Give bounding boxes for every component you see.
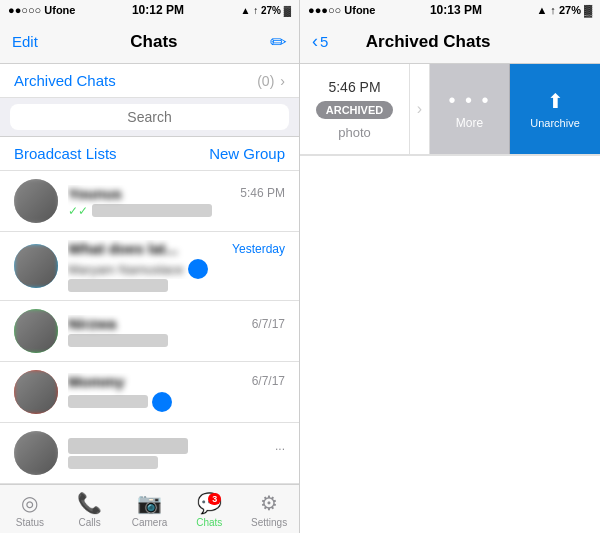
archived-info: 5:46 PM ARCHIVED photo: [300, 64, 410, 154]
preview-text-2: blurred: [68, 279, 168, 292]
chat-preview: Maryam Namuslace: [68, 259, 285, 279]
carrier-left: ●●○○○ Ufone: [8, 4, 75, 16]
back-button[interactable]: ‹ 5: [312, 31, 328, 52]
broadcast-row: Broadcast Lists New Group: [0, 137, 299, 171]
preview-text: blurred: [68, 395, 148, 408]
more-button[interactable]: • • • More: [430, 64, 510, 154]
chat-item[interactable]: What does lat... Yesterday Maryam Namusl…: [0, 232, 299, 301]
avatar: [14, 179, 58, 223]
avatar: [14, 431, 58, 475]
chat-content: blurred ... blurred: [68, 438, 285, 469]
tab-label: Calls: [79, 517, 101, 528]
carrier-right: ●●●○○ Ufone: [308, 4, 375, 16]
left-panel: ●●○○○ Ufone 10:12 PM ▲ ↑ 27% ▓ Edit Chat…: [0, 0, 300, 533]
archived-arrow-icon: ›: [280, 73, 285, 89]
avatar: [14, 309, 58, 353]
chat-item[interactable]: Younus 5:46 PM ✓✓ blurred: [0, 171, 299, 232]
chat-name: Younus: [68, 185, 122, 202]
tab-label: Camera: [132, 517, 168, 528]
arrow-icon: ›: [410, 64, 430, 154]
chat-content: Nirzwa 6/7/17 blurred: [68, 315, 285, 347]
status-bar-left: ●●○○○ Ufone 10:12 PM ▲ ↑ 27% ▓: [0, 0, 299, 20]
unarchive-label: Unarchive: [530, 117, 580, 129]
archived-right: (0) ›: [257, 73, 285, 89]
chat-content: What does lat... Yesterday Maryam Namusl…: [68, 240, 285, 292]
search-input[interactable]: [10, 104, 289, 130]
chat-content: Younus 5:46 PM ✓✓ blurred: [68, 185, 285, 218]
edit-button[interactable]: Edit: [12, 33, 38, 50]
right-panel: ●●●○○ Ufone 10:13 PM ▲ ↑ 27% ▓ ‹ 5 Archi…: [300, 0, 600, 533]
archived-chats-row[interactable]: Archived Chats (0) ›: [0, 64, 299, 98]
status-bar-right: ●●●○○ Ufone 10:13 PM ▲ ↑ 27% ▓: [300, 0, 600, 20]
chat-header: What does lat... Yesterday: [68, 240, 285, 257]
action-area: 5:46 PM ARCHIVED photo › • • • More ⬆ Un…: [300, 64, 600, 154]
time-right: 10:13 PM: [430, 3, 482, 17]
tab-camera[interactable]: 📷 Camera: [120, 491, 180, 528]
chat-time: ...: [275, 439, 285, 453]
broadcast-lists-button[interactable]: Broadcast Lists: [14, 145, 117, 162]
archived-badge: ARCHIVED: [316, 101, 393, 119]
chats-title: Chats: [130, 32, 177, 52]
status-icon: ◎: [21, 491, 38, 515]
more-label: More: [456, 116, 483, 130]
chat-preview: blurred: [68, 392, 285, 412]
archived-count: (0): [257, 73, 274, 89]
chat-name: Mommy: [68, 373, 125, 390]
tab-label: Chats: [196, 517, 222, 528]
nav-bar-right: ‹ 5 Archived Chats: [300, 20, 600, 64]
new-group-button[interactable]: New Group: [209, 145, 285, 162]
preview-text: blurred: [68, 334, 168, 347]
photo-label: photo: [338, 125, 371, 140]
tab-settings[interactable]: ⚙ Settings: [239, 491, 299, 528]
settings-icon: ⚙: [260, 491, 278, 515]
tab-chats[interactable]: 💬 Chats 3: [179, 491, 239, 528]
back-count: 5: [320, 33, 328, 50]
chat-time: 6/7/17: [252, 374, 285, 388]
compose-button[interactable]: ✏: [270, 30, 287, 54]
chat-name: Nirzwa: [68, 315, 116, 332]
chat-preview: ✓✓ blurred: [68, 204, 285, 218]
chat-item[interactable]: Nirzwa 6/7/17 blurred: [0, 301, 299, 362]
chat-name: What does lat...: [68, 240, 178, 257]
chat-content: Mommy 6/7/17 blurred: [68, 373, 285, 412]
nav-bar-left: Edit Chats ✏: [0, 20, 299, 64]
avatar: [14, 244, 58, 288]
unarchive-button[interactable]: ⬆ Unarchive: [510, 64, 600, 154]
camera-icon: 📷: [137, 491, 162, 515]
time-left: 10:12 PM: [132, 3, 184, 17]
tick-icon: ✓✓: [68, 204, 88, 218]
archived-chats-title: Archived Chats: [366, 32, 491, 52]
chat-header: blurred ...: [68, 438, 285, 454]
chat-list: Younus 5:46 PM ✓✓ blurred What does lat.…: [0, 171, 299, 484]
chat-header: Nirzwa 6/7/17: [68, 315, 285, 332]
unread-badge: [152, 392, 172, 412]
chat-name: blurred: [68, 438, 188, 454]
tab-status[interactable]: ◎ Status: [0, 491, 60, 528]
right-content: [300, 154, 600, 533]
search-bar: [0, 98, 299, 137]
icons-left: ▲ ↑ 27% ▓: [240, 5, 291, 16]
chevron-left-icon: ‹: [312, 31, 318, 52]
unread-badge: [188, 259, 208, 279]
divider: [300, 155, 600, 156]
chat-header: Mommy 6/7/17: [68, 373, 285, 390]
avatar: [14, 370, 58, 414]
chat-item[interactable]: blurred ... blurred: [0, 423, 299, 484]
chat-time: 5:46 PM: [240, 186, 285, 200]
chat-preview: blurred: [68, 456, 285, 469]
preview-text: blurred: [68, 456, 158, 469]
chat-item[interactable]: Mommy 6/7/17 blurred: [0, 362, 299, 423]
preview-text: blurred: [92, 204, 212, 217]
chat-preview: blurred: [68, 334, 285, 347]
tab-bar: ◎ Status 📞 Calls 📷 Camera 💬 Chats 3 ⚙ Se…: [0, 484, 299, 533]
chat-header: Younus 5:46 PM: [68, 185, 285, 202]
preview-text: Maryam Namuslace: [68, 262, 184, 277]
chats-badge: 3: [208, 493, 221, 505]
message-time: 5:46 PM: [328, 79, 380, 95]
chat-preview-2: blurred: [68, 279, 285, 292]
tab-calls[interactable]: 📞 Calls: [60, 491, 120, 528]
archived-label: Archived Chats: [14, 72, 116, 89]
unarchive-icon: ⬆: [547, 89, 564, 113]
chat-time: Yesterday: [232, 242, 285, 256]
tab-label: Status: [16, 517, 44, 528]
